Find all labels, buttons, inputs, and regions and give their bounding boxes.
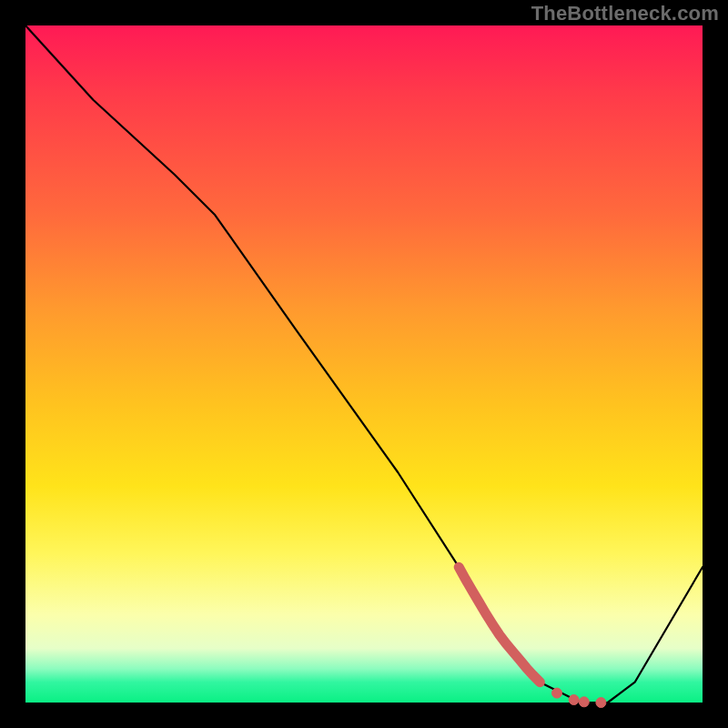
watermark-text: TheBottleneck.com — [531, 2, 719, 25]
optimal-range-dense-segment — [459, 567, 540, 682]
optimal-range-ticks — [459, 567, 606, 707]
chart-frame: TheBottleneck.com — [0, 0, 728, 728]
chart-svg — [25, 25, 703, 703]
optimal-range-dot — [579, 697, 589, 707]
plot-area — [25, 25, 703, 703]
optimal-range-dot — [569, 695, 579, 705]
optimal-range-dot — [596, 698, 606, 708]
optimal-range-dot — [552, 688, 562, 698]
bottleneck-curve — [25, 25, 703, 703]
